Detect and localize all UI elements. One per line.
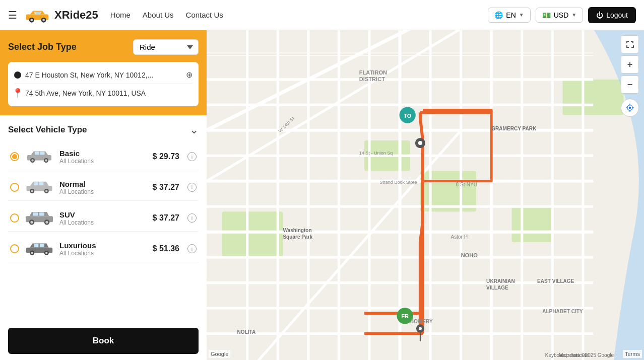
svg-rect-21 — [39, 212, 44, 216]
svg-text:Strand Book Store: Strand Book Store — [379, 180, 417, 185]
basic-vehicle-info: Basic All Locations — [59, 149, 148, 165]
suv-vehicle-name: SUV — [59, 210, 148, 219]
svg-text:DISTRICT: DISTRICT — [359, 76, 385, 82]
svg-text:FLATIRON: FLATIRON — [359, 69, 387, 76]
vehicle-radio-basic[interactable] — [10, 152, 19, 161]
svg-point-4 — [42, 19, 45, 21]
svg-point-30 — [31, 252, 34, 254]
currency-arrow-icon: ▼ — [571, 12, 576, 18]
map-data-attribution: Map data ©2025 Google — [559, 352, 614, 358]
suv-vehicle-price: $ 37.27 — [153, 213, 179, 223]
vehicle-radio-luxurious[interactable] — [10, 244, 19, 253]
job-type-section: Select Job Type Ride Delivery Charter ⊕ … — [0, 30, 207, 115]
locate-me-icon[interactable]: ⊕ — [186, 70, 192, 80]
vehicle-item-suv[interactable]: SUV All Locations $ 37.27 i — [8, 205, 199, 232]
svg-text:UKRAINIAN: UKRAINIAN — [486, 278, 515, 284]
svg-text:EAST VILLAGE: EAST VILLAGE — [537, 278, 574, 284]
zoom-out-button[interactable]: − — [621, 76, 639, 94]
vehicle-item-luxurious[interactable]: Luxurious All Locations $ 51.36 i — [8, 236, 199, 262]
luxurious-vehicle-price: $ 51.36 — [153, 244, 179, 253]
currency-value: USD — [554, 11, 569, 19]
zoom-in-button[interactable]: + — [621, 55, 639, 74]
map-container: W 14th St 14 St - Union Sq Strand Book S… — [207, 30, 644, 360]
suv-vehicle-info: SUV All Locations — [59, 210, 148, 226]
svg-point-92 — [629, 107, 631, 109]
suv-info-icon[interactable]: i — [187, 213, 197, 223]
svg-text:Astor Pl: Astor Pl — [450, 234, 468, 240]
vehicle-item-normal[interactable]: Normal All Locations $ 37.27 i — [8, 174, 199, 201]
svg-point-2 — [30, 19, 33, 21]
svg-text:NOLITA: NOLITA — [237, 329, 256, 335]
basic-info-icon[interactable]: i — [187, 152, 197, 161]
svg-rect-6 — [35, 152, 39, 155]
book-button[interactable]: Book — [8, 328, 199, 354]
svg-point-9 — [31, 159, 34, 162]
nav-links: Home About Us Contact Us — [110, 11, 488, 19]
vehicle-radio-normal[interactable] — [10, 183, 19, 192]
vehicle-section-title: Select Vehicle Type — [8, 125, 87, 135]
main-area: Select Job Type Ride Delivery Charter ⊕ … — [0, 30, 644, 360]
svg-rect-28 — [40, 244, 44, 247]
power-icon: ⏻ — [596, 11, 603, 19]
fullscreen-button[interactable] — [621, 35, 639, 53]
svg-rect-37 — [512, 206, 553, 242]
svg-rect-34 — [222, 211, 283, 257]
pickup-row: ⊕ — [14, 66, 192, 84]
svg-text:BOWERY: BOWERY — [410, 319, 433, 324]
dropoff-row: 📍 — [14, 84, 192, 102]
svg-point-25 — [45, 221, 48, 224]
basic-car-icon — [24, 148, 54, 166]
logo: XRide25 — [23, 6, 98, 24]
svg-point-91 — [419, 327, 422, 330]
vehicle-item-basic[interactable]: Basic All Locations $ 29.73 i — [8, 143, 199, 170]
logout-label: Logout — [606, 11, 628, 19]
luxurious-info-icon[interactable]: i — [187, 244, 197, 253]
svg-text:14 St - Union Sq: 14 St - Union Sq — [359, 151, 393, 156]
normal-info-icon[interactable]: i — [187, 183, 197, 192]
job-type-select[interactable]: Ride Delivery Charter — [133, 39, 199, 55]
map-controls: + − — [621, 35, 639, 117]
nav-home[interactable]: Home — [110, 11, 131, 19]
svg-text:TO: TO — [404, 113, 412, 119]
sidebar: Select Job Type Ride Delivery Charter ⊕ … — [0, 30, 207, 360]
currency-dropdown[interactable]: 💵 USD ▼ — [536, 8, 583, 23]
locate-icon — [625, 103, 634, 112]
svg-point-32 — [45, 252, 48, 254]
vehicle-list: Basic All Locations $ 29.73 i — [8, 143, 199, 262]
vehicle-collapse-button[interactable]: ⌄ — [189, 123, 199, 136]
svg-rect-7 — [40, 152, 45, 155]
pickup-input[interactable] — [25, 71, 182, 79]
luxurious-car-icon — [24, 240, 54, 258]
job-type-row: Select Job Type Ride Delivery Charter — [8, 39, 199, 55]
normal-vehicle-locations: All Locations — [59, 188, 148, 195]
navbar: ☰ XRide25 Home About Us Contact Us 🌐 EN … — [0, 0, 644, 30]
suv-car-icon — [24, 209, 54, 227]
basic-vehicle-locations: All Locations — [59, 158, 148, 165]
normal-vehicle-price: $ 37.27 — [153, 183, 179, 192]
vehicle-radio-suv[interactable] — [10, 213, 19, 223]
dropoff-input[interactable] — [25, 89, 192, 97]
destination-icon: 📍 — [14, 88, 21, 98]
language-arrow-icon: ▼ — [519, 12, 524, 18]
nav-contact[interactable]: Contact Us — [186, 11, 223, 19]
normal-car-icon — [24, 178, 54, 196]
map-terms: Terms — [623, 350, 642, 358]
globe-icon: 🌐 — [494, 11, 503, 19]
nav-controls: 🌐 EN ▼ 💵 USD ▼ ⏻ Logout — [488, 7, 636, 23]
language-dropdown[interactable]: 🌐 EN ▼ — [488, 8, 530, 23]
svg-text:ALPHABET CITY: ALPHABET CITY — [542, 309, 583, 314]
pickup-dot-icon — [14, 71, 21, 79]
nav-about[interactable]: About Us — [143, 11, 174, 19]
map-svg: W 14th St 14 St - Union Sq Strand Book S… — [207, 30, 644, 360]
svg-rect-27 — [34, 244, 39, 247]
svg-text:NOHO: NOHO — [461, 252, 478, 258]
hamburger-menu[interactable]: ☰ — [8, 9, 17, 21]
svg-point-11 — [45, 159, 47, 162]
svg-point-23 — [30, 221, 33, 224]
svg-rect-38 — [563, 80, 624, 115]
locate-button[interactable] — [621, 99, 639, 117]
normal-vehicle-info: Normal All Locations — [59, 180, 148, 195]
logout-button[interactable]: ⏻ Logout — [588, 7, 636, 23]
job-type-label: Select Job Type — [8, 42, 77, 52]
location-inputs: ⊕ 📍 — [8, 62, 199, 106]
